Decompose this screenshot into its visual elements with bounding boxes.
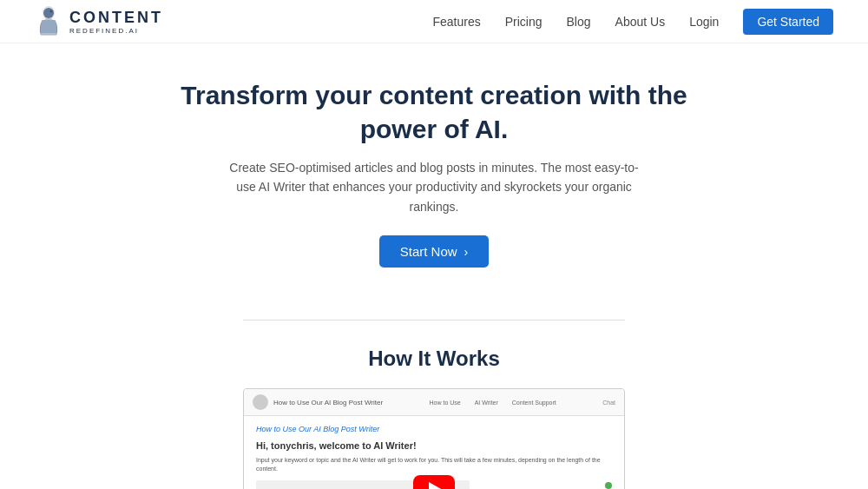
start-now-button[interactable]: Start Now › <box>379 235 490 268</box>
video-body-text-1: Input your keyword or topic and the AI W… <box>256 456 612 473</box>
nav-pricing[interactable]: Pricing <box>505 15 542 29</box>
video-ai-title: How to Use Our AI Blog Post Writer <box>256 425 612 433</box>
yt-tabs: How to Use AI Writer Content Support <box>426 398 560 407</box>
yt-tab-1[interactable]: How to Use <box>426 398 464 407</box>
svg-point-2 <box>50 10 53 12</box>
play-button[interactable] <box>413 475 455 489</box>
yt-tab-2[interactable]: AI Writer <box>471 398 502 407</box>
logo-icon <box>35 5 62 38</box>
play-button-overlay[interactable] <box>413 475 455 489</box>
logo-subtitle-text: REDEFINED.AI <box>69 27 163 35</box>
logo-content-text: CONTENT <box>69 9 163 27</box>
hero-title: Transform your content creation with the… <box>165 78 703 146</box>
hero-subtitle: Create SEO-optimised articles and blog p… <box>226 158 642 216</box>
how-it-works-section: How It Works How to Use Our AI Blog Post… <box>0 320 868 489</box>
yt-tab-3[interactable]: Content Support <box>509 398 560 407</box>
start-now-arrow: › <box>464 245 469 259</box>
how-it-works-heading: How It Works <box>17 347 851 371</box>
yt-top-bar-left: How to Use Our AI Blog Post Writer <box>253 394 383 410</box>
video-inner: How to Use Our AI Blog Post Writer Hi, t… <box>244 416 624 489</box>
hero-section: Transform your content creation with the… <box>0 43 868 294</box>
nav-features[interactable]: Features <box>432 15 480 29</box>
header: CONTENT REDEFINED.AI Features Pricing Bl… <box>0 0 868 43</box>
video-greeting: Hi, tonychris, welcome to AI Writer! <box>256 440 612 451</box>
yt-right-tab[interactable]: Chat <box>602 400 615 406</box>
play-triangle-icon <box>429 482 443 489</box>
main-nav: Features Pricing Blog About Us Login Get… <box>432 9 833 35</box>
video-container[interactable]: How to Use Our AI Blog Post Writer How t… <box>243 388 625 489</box>
svg-point-1 <box>43 8 54 18</box>
yt-logo-circle <box>253 394 268 410</box>
green-status-dot <box>605 482 612 489</box>
logo-text: CONTENT REDEFINED.AI <box>69 9 163 35</box>
nav-about[interactable]: About Us <box>615 15 666 29</box>
nav-get-started[interactable]: Get Started <box>743 9 833 35</box>
nav-login[interactable]: Login <box>689 15 719 29</box>
logo-area: CONTENT REDEFINED.AI <box>35 5 163 38</box>
yt-top-bar: How to Use Our AI Blog Post Writer How t… <box>244 389 624 416</box>
yt-video-title: How to Use Our AI Blog Post Writer <box>273 399 383 406</box>
start-now-label: Start Now <box>400 244 457 259</box>
nav-blog[interactable]: Blog <box>567 15 591 29</box>
